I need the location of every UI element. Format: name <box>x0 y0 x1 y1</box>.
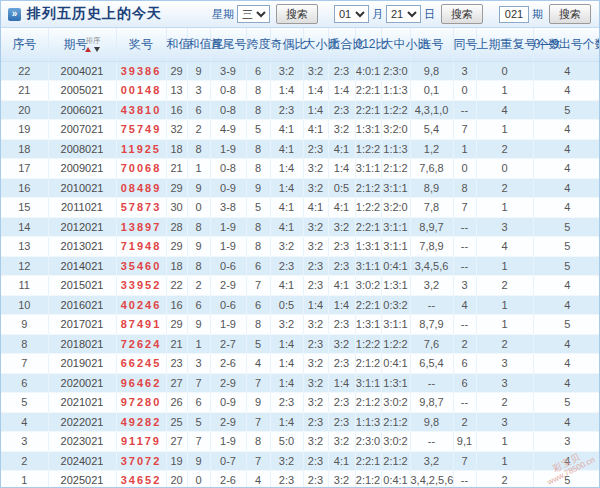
table-row: 222004021393862993-963:23:22:34:0:12:3:0… <box>1 61 600 81</box>
cell-sum: 19 <box>166 451 187 471</box>
cell-same: 9,1 <box>453 432 476 452</box>
cell-first-last: 2-9 <box>210 373 246 393</box>
day-label: 日 <box>424 7 435 22</box>
table-row: 182008021119251881-984:12:34:11:2:21:1:3… <box>1 139 600 159</box>
cell-ratio-012: 2:1:2 <box>355 354 381 374</box>
table-row: 152011021578733003-854:14:14:11:2:23:2:0… <box>1 198 600 218</box>
cell-first-last: 0-6 <box>210 256 246 276</box>
table-row: 82018021726242112-751:42:33:21:2:21:2:27… <box>1 334 600 354</box>
cell-first-last: 0-9 <box>210 178 246 198</box>
cell-big-mid-small: 3:1:1 <box>381 217 410 237</box>
cell-period: 2006021 <box>48 100 116 120</box>
table-row: 112015021339522222-974:12:34:13:0:21:3:1… <box>1 276 600 296</box>
cell-index: 3 <box>1 432 48 452</box>
cell-same: 2 <box>453 334 476 354</box>
day-select[interactable]: 21 <box>386 5 421 23</box>
cell-consecutive: 7,8,9 <box>410 237 453 257</box>
cell-digit-count: 5 <box>533 237 600 257</box>
cell-prize: 70068 <box>116 159 166 179</box>
cell-period: 2011021 <box>48 198 116 218</box>
sort-control[interactable]: 排序 <box>85 37 101 52</box>
cell-period: 2016021 <box>48 295 116 315</box>
cell-odd-even: 2:3 <box>270 256 303 276</box>
cell-prev-repeat: 3 <box>476 354 533 374</box>
cell-first-last: 2-9 <box>210 276 246 296</box>
col-digit-count: 0—9出号个数 <box>533 28 600 61</box>
cell-period: 2019021 <box>48 354 116 374</box>
cell-big-small: 2:3 <box>303 471 328 488</box>
sort-desc-icon[interactable] <box>94 47 100 52</box>
cell-prev-repeat: 3 <box>476 373 533 393</box>
table-row: 72019021662452332-641:43:22:32:1:20:4:16… <box>1 354 600 374</box>
sort-asc-icon[interactable] <box>85 47 91 52</box>
cell-prime-composite: 1:4 <box>328 159 355 179</box>
cell-period: 2023021 <box>48 432 116 452</box>
cell-consecutive: -- <box>410 373 453 393</box>
cell-digit-count: 5 <box>533 217 600 237</box>
date-search-button[interactable]: 搜索 <box>441 4 483 24</box>
cell-index: 8 <box>1 334 48 354</box>
cell-sum-tail: 2 <box>187 120 210 140</box>
cell-odd-even: 1:4 <box>270 412 303 432</box>
cell-sum-tail: 9 <box>187 237 210 257</box>
cell-consecutive: 8,9,7 <box>410 217 453 237</box>
cell-big-small: 3:2 <box>303 178 328 198</box>
cell-consecutive: 7,6,8 <box>410 159 453 179</box>
cell-big-mid-small: 0:4:1 <box>381 256 410 276</box>
cell-consecutive: 0,1 <box>410 81 453 101</box>
cell-prime-composite: 1:4 <box>328 81 355 101</box>
cell-odd-even: 3:2 <box>270 315 303 335</box>
cell-ratio-012: 1:3:1 <box>355 315 381 335</box>
cell-index: 18 <box>1 139 48 159</box>
cell-same: 1 <box>453 139 476 159</box>
cell-odd-even: 3:2 <box>270 451 303 471</box>
cell-prime-composite: 2:3 <box>328 393 355 413</box>
cell-same: 3 <box>453 276 476 296</box>
weekday-select[interactable]: 三 <box>237 5 270 23</box>
cell-period: 2009021 <box>48 159 116 179</box>
col-prize: 奖号 <box>116 28 166 61</box>
title-bar: » 排列五历史上的今天 星期 三 搜索 01 月 21 日 搜索 <box>1 1 599 28</box>
cell-prize: 40246 <box>116 295 166 315</box>
cell-index: 13 <box>1 237 48 257</box>
cell-prime-composite: 4:1 <box>328 276 355 296</box>
cell-period: 2024021 <box>48 451 116 471</box>
cell-digit-count: 4 <box>533 81 600 101</box>
cell-first-last: 2-9 <box>210 412 246 432</box>
cell-consecutive: 8,7,9 <box>410 315 453 335</box>
cell-odd-even: 3:2 <box>270 237 303 257</box>
cell-span: 6 <box>246 256 270 276</box>
cell-sum: 18 <box>166 139 187 159</box>
cell-index: 11 <box>1 276 48 296</box>
col-label: 期号 <box>64 38 77 51</box>
cell-big-small: 1:4 <box>303 81 328 101</box>
issue-search-button[interactable]: 搜索 <box>549 4 591 24</box>
cell-ratio-012: 2:2:1 <box>355 81 381 101</box>
month-select[interactable]: 01 <box>334 5 369 23</box>
cell-first-last: 4-9 <box>210 120 246 140</box>
lottery-history-page: » 排列五历史上的今天 星期 三 搜索 01 月 21 日 搜索 <box>0 0 600 488</box>
cell-sum-tail: 8 <box>187 217 210 237</box>
history-table: 序号期号排序奖号和值和值尾首尾号跨度奇偶比大小比质合比012比大中小比连号同号上… <box>1 28 600 488</box>
cell-sum: 22 <box>166 276 187 296</box>
cell-ratio-012: 1:2:2 <box>355 139 381 159</box>
cell-period: 2005021 <box>48 81 116 101</box>
cell-index: 16 <box>1 178 48 198</box>
cell-big-mid-small: 2:1:2 <box>381 159 410 179</box>
cell-sum-tail: 9 <box>187 451 210 471</box>
cell-period: 2015021 <box>48 276 116 296</box>
cell-big-mid-small: 1:1:3 <box>381 81 410 101</box>
cell-digit-count: 4 <box>533 120 600 140</box>
cell-same: 3 <box>453 61 476 81</box>
cell-span: 8 <box>246 81 270 101</box>
cell-first-last: 2-7 <box>210 334 246 354</box>
cell-span: 5 <box>246 120 270 140</box>
issue-input[interactable] <box>499 6 529 23</box>
cell-big-small: 2:3 <box>303 412 328 432</box>
cell-big-mid-small: 3:0:2 <box>381 393 410 413</box>
cell-consecutive: 4,3,1,0 <box>410 100 453 120</box>
cell-ratio-012: 2:2:1 <box>355 100 381 120</box>
cell-first-last: 0-9 <box>210 393 246 413</box>
weekday-search-button[interactable]: 搜索 <box>276 4 318 24</box>
cell-prize: 72624 <box>116 334 166 354</box>
